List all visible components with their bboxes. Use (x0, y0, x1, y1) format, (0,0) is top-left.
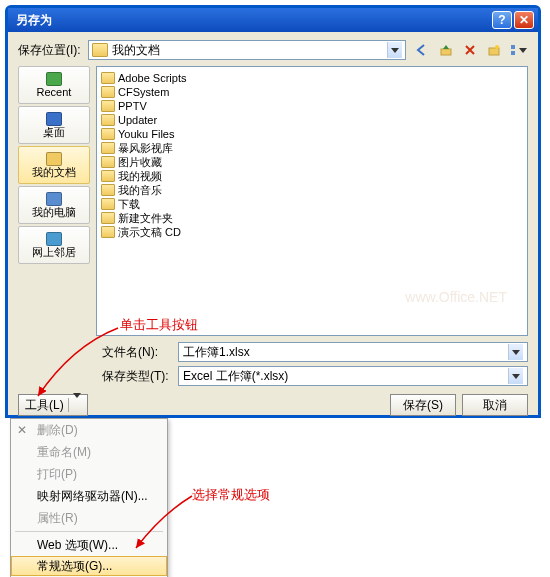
save-button[interactable]: 保存(S) (390, 394, 456, 416)
file-name: PPTV (118, 100, 147, 112)
menu-item-label: 属性(R) (37, 510, 78, 527)
location-toolbar (412, 40, 528, 60)
folder-icon (92, 43, 108, 57)
menu-separator (15, 531, 163, 532)
file-name: CFSystem (118, 86, 169, 98)
place-icon (46, 192, 62, 206)
file-name: Youku Files (118, 128, 174, 140)
file-name: 暴风影视库 (118, 141, 173, 156)
save-location-label: 保存位置(I): (18, 42, 88, 59)
places-bar: Recent桌面我的文档我的电脑网上邻居 (18, 66, 96, 336)
place-recent[interactable]: Recent (18, 66, 90, 104)
folder-icon (101, 156, 115, 168)
folder-icon (101, 198, 115, 210)
delete-icon: ✕ (17, 423, 27, 437)
file-item[interactable]: Adobe Scripts (101, 71, 523, 85)
folder-icon (101, 212, 115, 224)
folder-icon (101, 72, 115, 84)
place-label: 我的文档 (32, 167, 76, 178)
file-item[interactable]: Updater (101, 113, 523, 127)
folder-icon (101, 114, 115, 126)
folder-icon (101, 128, 115, 140)
svg-rect-3 (511, 45, 515, 49)
svg-rect-0 (441, 49, 451, 55)
chevron-down-icon[interactable] (508, 344, 523, 360)
annotation-general: 选择常规选项 (192, 486, 270, 504)
tools-menu: ✕删除(D)重命名(M)打印(P)映射网络驱动器(N)...属性(R)Web 选… (10, 418, 168, 577)
titlebar[interactable]: 另存为 ? ✕ (8, 8, 538, 32)
folder-icon (101, 142, 115, 154)
savetype-label: 保存类型(T): (102, 368, 172, 385)
location-combo[interactable]: 我的文档 (88, 40, 406, 60)
filename-input[interactable]: 工作簿1.xlsx (178, 342, 528, 362)
up-icon[interactable] (436, 40, 456, 60)
file-item[interactable]: 演示文稿 CD (101, 225, 523, 239)
cancel-button[interactable]: 取消 (462, 394, 528, 416)
file-item[interactable]: 我的音乐 (101, 183, 523, 197)
file-item[interactable]: 我的视频 (101, 169, 523, 183)
menu-item-label: 映射网络驱动器(N)... (37, 488, 148, 505)
savetype-value: Excel 工作簿(*.xlsx) (183, 368, 508, 385)
file-list[interactable]: Adobe ScriptsCFSystemPPTVUpdaterYouku Fi… (96, 66, 528, 336)
file-item[interactable]: 下载 (101, 197, 523, 211)
chevron-down-icon[interactable] (387, 42, 402, 58)
tools-button-label: 工具(L) (25, 397, 64, 414)
menu-item-label: 常规选项(G)... (37, 558, 112, 575)
file-name: Adobe Scripts (118, 72, 186, 84)
place-label: 我的电脑 (32, 207, 76, 218)
place-mydocs[interactable]: 我的文档 (18, 146, 90, 184)
folder-icon (101, 170, 115, 182)
delete-icon[interactable] (460, 40, 480, 60)
file-name: 图片收藏 (118, 155, 162, 170)
svg-point-2 (495, 45, 499, 49)
location-text: 我的文档 (112, 42, 387, 59)
savetype-select[interactable]: Excel 工作簿(*.xlsx) (178, 366, 528, 386)
menu-item-label: 打印(P) (37, 466, 77, 483)
folder-icon (101, 100, 115, 112)
tools-button[interactable]: 工具(L) (18, 394, 88, 416)
menu-item-general[interactable]: 常规选项(G)... (11, 556, 167, 576)
menu-item-label: 删除(D) (37, 422, 78, 439)
menu-item-rename: 重命名(M) (11, 441, 167, 463)
file-item[interactable]: Youku Files (101, 127, 523, 141)
place-label: 网上邻居 (32, 247, 76, 258)
folder-icon (101, 226, 115, 238)
folder-icon (101, 86, 115, 98)
chevron-down-icon[interactable] (508, 368, 523, 384)
new-folder-icon[interactable] (484, 40, 504, 60)
views-icon[interactable] (508, 40, 528, 60)
svg-rect-1 (489, 48, 499, 55)
chevron-down-icon (68, 398, 81, 412)
file-item[interactable]: PPTV (101, 99, 523, 113)
file-name: 下载 (118, 197, 140, 212)
place-icon (46, 232, 62, 246)
main-area: Recent桌面我的文档我的电脑网上邻居 Adobe ScriptsCFSyst… (18, 66, 528, 336)
file-name: 我的视频 (118, 169, 162, 184)
help-button[interactable]: ? (492, 11, 512, 29)
place-icon (46, 112, 62, 126)
filename-label: 文件名(N): (102, 344, 172, 361)
window-title: 另存为 (12, 12, 490, 29)
place-mycomputer[interactable]: 我的电脑 (18, 186, 90, 224)
file-item[interactable]: 暴风影视库 (101, 141, 523, 155)
close-button[interactable]: ✕ (514, 11, 534, 29)
svg-rect-5 (511, 51, 515, 55)
place-icon (46, 72, 62, 86)
place-desktop[interactable]: 桌面 (18, 106, 90, 144)
file-name: Updater (118, 114, 157, 126)
folder-icon (101, 184, 115, 196)
file-item[interactable]: 新建文件夹 (101, 211, 523, 225)
file-name: 演示文稿 CD (118, 225, 181, 240)
file-item[interactable]: 图片收藏 (101, 155, 523, 169)
back-icon[interactable] (412, 40, 432, 60)
place-icon (46, 152, 62, 166)
file-item[interactable]: CFSystem (101, 85, 523, 99)
menu-item-delete: ✕删除(D) (11, 419, 167, 441)
location-row: 保存位置(I): 我的文档 (18, 40, 528, 60)
place-label: 桌面 (43, 127, 65, 138)
place-network[interactable]: 网上邻居 (18, 226, 90, 264)
menu-item-webopts[interactable]: Web 选项(W)... (11, 534, 167, 556)
menu-item-print: 打印(P) (11, 463, 167, 485)
menu-item-map[interactable]: 映射网络驱动器(N)... (11, 485, 167, 507)
save-as-dialog: 另存为 ? ✕ 保存位置(I): 我的文档 Recent桌面我的文档我的电脑网上… (5, 5, 541, 418)
